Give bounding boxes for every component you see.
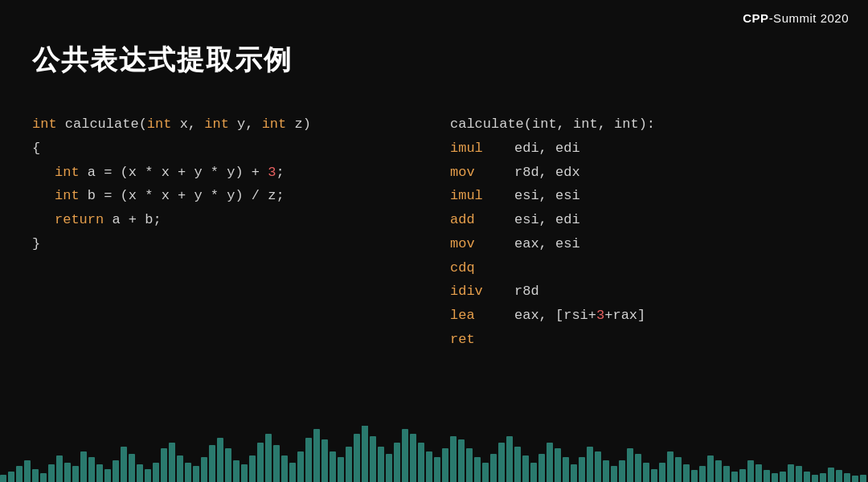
asm-instr-add: add esi, edi	[450, 208, 836, 232]
wave-bar	[249, 455, 256, 482]
wave-bar	[426, 451, 432, 483]
wave-bar	[707, 455, 714, 482]
wave-bar	[860, 475, 866, 482]
wave-bar	[764, 470, 770, 482]
wave-bar	[40, 473, 47, 482]
wave-bar	[450, 436, 457, 482]
wave-bar	[241, 464, 248, 482]
num-3: 3	[268, 165, 276, 180]
wave-bar	[72, 466, 79, 482]
asm-instr-imul1: imul edi, edi	[450, 137, 836, 161]
wave-bar	[675, 457, 682, 482]
wave-bar	[354, 434, 360, 483]
wave-bar	[555, 448, 561, 482]
wave-bar	[281, 455, 288, 482]
wave-bar	[619, 460, 625, 483]
wave-bar	[466, 448, 473, 482]
wave-bar	[177, 455, 183, 482]
wave-bar	[506, 436, 513, 482]
wave-bar	[514, 447, 521, 482]
wave-bar	[772, 473, 778, 482]
wave-bar	[297, 451, 304, 483]
wave-bar	[739, 469, 746, 483]
asm-instr-cdq: cdq	[450, 256, 836, 280]
wave-bar	[780, 472, 786, 482]
wave-bar	[611, 466, 617, 482]
wave-bar	[595, 451, 601, 483]
wave-bar	[233, 460, 240, 483]
asm-header: calculate(int, int, int):	[450, 112, 836, 137]
slide: CPP-Summit 2020 公共表达式提取示例 int calculate(…	[0, 0, 868, 482]
cpp-source: int calculate(int x, int y, int z) { int…	[32, 112, 402, 352]
wave-bar	[8, 472, 14, 482]
wave-bar	[321, 439, 328, 482]
wave-bar	[330, 451, 336, 483]
wave-bar	[651, 469, 657, 483]
code-line-1: int calculate(int x, int y, int z)	[32, 112, 402, 137]
wave-bar	[755, 464, 762, 482]
code-line-5: return a + b;	[32, 208, 402, 232]
header-brand: CPP-Summit 2020	[743, 11, 849, 25]
wave-bar	[490, 454, 497, 482]
asm-output: calculate(int, int, int): imul edi, edi …	[450, 112, 836, 352]
wave-bar	[338, 457, 344, 482]
wave-bar	[635, 454, 641, 482]
wave-bar	[265, 434, 272, 483]
wave-bar	[699, 466, 706, 482]
asm-instr-imul2: imul esi, esi	[450, 184, 836, 208]
wave-bar	[667, 451, 674, 483]
wave-bar	[530, 463, 537, 482]
kw-int-3: int	[204, 116, 229, 132]
code-line-2: {	[32, 137, 402, 161]
kw-int-4: int	[262, 116, 287, 132]
wave-bar	[273, 445, 280, 482]
wave-bar	[410, 434, 416, 483]
wave-bar	[56, 455, 63, 482]
wave-bar	[153, 463, 159, 482]
wave-bar	[225, 448, 231, 482]
wave-bar	[852, 476, 858, 482]
wave-bar	[88, 457, 95, 482]
wave-bar	[442, 448, 448, 482]
wave-bar	[691, 470, 698, 482]
wave-bar	[788, 464, 794, 482]
wave-bar	[643, 463, 649, 482]
kw-return: return	[55, 212, 104, 227]
wave-bar	[378, 447, 384, 482]
wave-bar	[161, 448, 167, 482]
wave-bar	[571, 464, 577, 482]
wave-bar	[193, 466, 199, 482]
wave-bar	[169, 443, 175, 483]
wave-bar	[547, 443, 553, 483]
kw-int-1: int	[32, 116, 57, 132]
wave-bar	[418, 443, 424, 483]
wave-bar	[394, 443, 400, 483]
wave-bar	[715, 460, 722, 483]
code-area: int calculate(int x, int y, int z) { int…	[0, 112, 868, 352]
wave-bar	[129, 454, 135, 482]
kw-int-6: int	[55, 188, 80, 203]
wave-bar	[659, 463, 665, 482]
wave-bar	[346, 447, 352, 482]
wave-bar	[522, 455, 529, 482]
waveform	[0, 426, 868, 482]
wave-bar	[563, 457, 569, 482]
wave-bar	[683, 464, 690, 482]
wave-bar	[80, 451, 87, 483]
wave-bar	[257, 443, 264, 483]
asm-instr-idiv: idiv r8d	[450, 280, 836, 304]
wave-bar	[48, 464, 55, 482]
wave-bar	[96, 464, 103, 482]
wave-bar	[113, 460, 119, 483]
wave-bar	[844, 473, 850, 482]
wave-bar	[458, 439, 465, 482]
wave-bar	[723, 466, 730, 482]
wave-bar	[587, 447, 593, 482]
wave-bar	[731, 472, 738, 482]
wave-bar	[386, 454, 392, 482]
asm-fn-label: calculate(int, int, int):	[450, 116, 655, 132]
kw-int-2: int	[147, 116, 172, 132]
wave-bar	[434, 457, 440, 482]
wave-bar	[64, 463, 71, 482]
wave-bar	[32, 469, 39, 483]
